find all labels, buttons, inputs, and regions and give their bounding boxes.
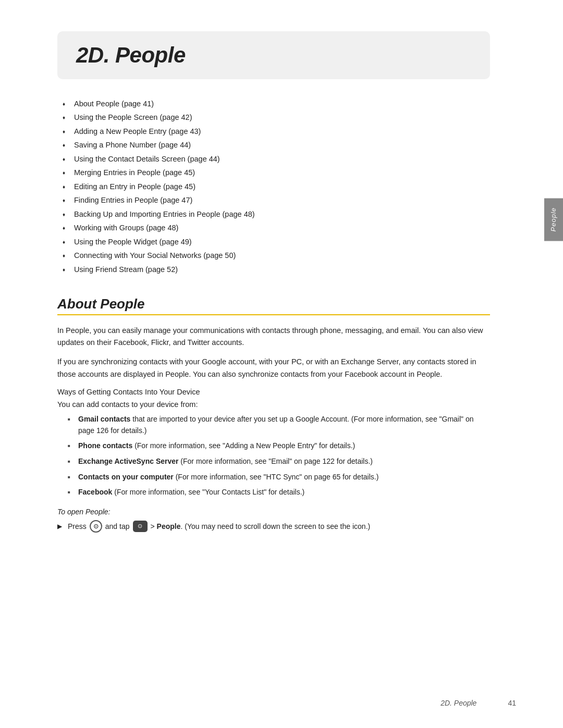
toc-item: Merging Entries in People (page 45): [63, 167, 490, 178]
toc-item: Editing an Entry in People (page 45): [63, 181, 490, 192]
instruction-suffix: > People. (You may need to scroll down t…: [151, 522, 371, 530]
side-tab-label: People: [549, 207, 557, 231]
chapter-title-box: 2D. People: [57, 31, 490, 79]
instruction-middle: and tap: [105, 522, 130, 530]
toc-item: Adding a New People Entry (page 43): [63, 126, 490, 137]
side-tab: People: [544, 198, 563, 241]
bullet-bold: Exchange ActiveSync Server: [78, 457, 178, 465]
section-rule: [57, 314, 490, 315]
bullet-bold: Gmail contacts: [78, 415, 130, 423]
bullet-bold: Phone contacts: [78, 441, 132, 450]
bullet-normal: (For more information, see "HTC Sync" on…: [174, 473, 379, 481]
body-para2: If you are synchronizing contacts with y…: [57, 356, 490, 380]
subheading2: You can add contacts to your device from…: [57, 400, 490, 409]
body-para1: In People, you can easily manage your co…: [57, 325, 490, 349]
toc-item: Finding Entries in People (page 47): [63, 194, 490, 206]
bullet-list: Gmail contacts that are imported to your…: [68, 414, 490, 498]
toc-item: Using the People Widget (page 49): [63, 236, 490, 248]
toc-item: Using the People Screen (page 42): [63, 112, 490, 123]
bullet-normal: (For more information, see "Your Contact…: [112, 488, 304, 496]
footer-page-number: 41: [508, 699, 516, 707]
bullet-item-gmail: Gmail contacts that are imported to your…: [68, 414, 490, 436]
apps-icon: ⊙: [133, 521, 148, 532]
subheading1: Ways of Getting Contacts Into Your Devic…: [57, 388, 490, 396]
home-button-icon: ⊙: [90, 520, 102, 533]
chapter-title: 2D. People: [76, 43, 186, 67]
bullet-normal: (For more information, see "Email" on pa…: [178, 457, 373, 465]
bullet-normal: that are imported to your device after y…: [78, 415, 474, 435]
bullet-item-phone: Phone contacts (For more information, se…: [68, 440, 490, 452]
section-title: About People: [57, 296, 490, 312]
toc-item: Connecting with Your Social Networks (pa…: [63, 250, 490, 261]
bullet-normal: (For more information, see "Adding a New…: [132, 441, 355, 450]
bullet-item-facebook: Facebook (For more information, see "You…: [68, 487, 490, 498]
page-footer: 2D. People 41: [0, 699, 563, 707]
toc-item: Saving a Phone Number (page 44): [63, 139, 490, 151]
instruction-row: Press ⊙ and tap ⊙ > People. (You may nee…: [57, 520, 490, 533]
instruction-prefix: Press: [68, 522, 87, 530]
bullet-bold: Contacts on your computer: [78, 473, 174, 481]
footer-chapter: 2D. People: [440, 699, 476, 707]
toc-item: About People (page 41): [63, 98, 490, 109]
toc-item: Using the Contact Details Screen (page 4…: [63, 153, 490, 165]
to-open-label: To open People:: [57, 508, 490, 516]
toc-item: Backing Up and Importing Entries in Peop…: [63, 208, 490, 220]
bullet-item-exchange: Exchange ActiveSync Server (For more inf…: [68, 456, 490, 467]
bullet-bold: Facebook: [78, 488, 112, 496]
main-content: 2D. People About People (page 41) Using …: [0, 0, 532, 728]
toc-item: Working with Groups (page 48): [63, 222, 490, 233]
page-wrapper: 2D. People About People (page 41) Using …: [0, 0, 563, 728]
bullet-item-computer: Contacts on your computer (For more info…: [68, 472, 490, 483]
toc-list: About People (page 41) Using the People …: [57, 98, 490, 275]
toc-item: Using Friend Stream (page 52): [63, 264, 490, 275]
